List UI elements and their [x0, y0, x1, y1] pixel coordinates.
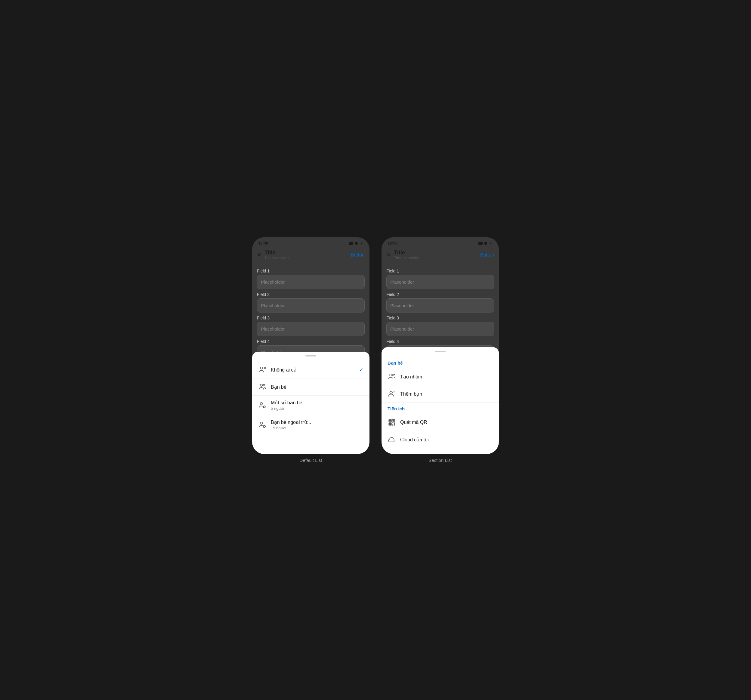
- list-item-mot-so-ban-be[interactable]: Một số bạn bè 5 người: [252, 396, 369, 415]
- cloud-cua-toi-content: Cloud của tôi: [400, 437, 493, 443]
- field-group-1-1: Field 1 Placeholder: [257, 269, 365, 289]
- phone-default-list: 12:30 ✕ Title This is a: [252, 237, 369, 463]
- phone-screen-1: 12:30 ✕ Title This is a: [252, 237, 369, 454]
- khong-ai-ca-title: Không ai cả: [271, 367, 355, 373]
- field-input-1-3[interactable]: Placeholder: [257, 322, 365, 336]
- nav-title-1: Title: [264, 249, 291, 256]
- field-input-2-1[interactable]: Placeholder: [386, 275, 494, 289]
- nav-title-2: Title: [394, 249, 420, 256]
- svg-rect-19: [392, 420, 394, 421]
- field-input-2-2[interactable]: Placeholder: [386, 298, 494, 313]
- qr-code-icon: [388, 418, 396, 427]
- field-label-1-1: Field 1: [257, 269, 365, 273]
- field-input-1-1[interactable]: Placeholder: [257, 275, 365, 289]
- svg-point-13: [390, 391, 392, 394]
- field-label-1-2: Field 2: [257, 292, 365, 297]
- field-group-2-1: Field 1 Placeholder: [386, 269, 494, 289]
- mot-so-ban-be-content: Một số bạn bè 5 người: [271, 400, 363, 411]
- list-item-tao-nhom[interactable]: Tạo nhóm: [382, 368, 499, 386]
- field-label-1-4: Field 4: [257, 339, 365, 344]
- ban-be-ngoai-tru-subtitle: 15 người: [271, 426, 363, 430]
- signal-icon-2: [484, 242, 487, 245]
- field-group-1-3: Field 3 Placeholder: [257, 316, 365, 336]
- friends-settings-icon-2: [258, 421, 267, 429]
- nav-bar-2: ✕ Title This is a subtitle Button: [382, 247, 499, 263]
- quet-ma-qr-content: Quét mã QR: [400, 420, 493, 425]
- bottom-sheet-1: Không ai cả ✓ Bạn bè: [252, 352, 369, 454]
- list-item-khong-ai-ca[interactable]: Không ai cả ✓: [252, 361, 369, 378]
- svg-point-0: [260, 367, 263, 369]
- bottom-sheet-2: Bạn bè Tạo nhóm: [382, 347, 499, 454]
- status-time-2: 12:30: [388, 241, 397, 245]
- mot-so-ban-be-subtitle: 5 người: [271, 406, 363, 411]
- battery-icon-2: [478, 242, 483, 245]
- list-item-ban-be-ngoai-tru[interactable]: Bạn bè ngoại trừ... 15 người: [252, 415, 369, 434]
- field-label-2-2: Field 2: [386, 292, 494, 297]
- quet-ma-qr-title: Quét mã QR: [400, 420, 493, 425]
- friends-settings-icon-1: [258, 401, 267, 409]
- nav-action-button-1[interactable]: Button: [351, 252, 365, 258]
- phone-screen-2: 12:30 ✕ Title This is a: [382, 237, 499, 454]
- cloud-icon: [388, 435, 396, 444]
- nav-subtitle-2: This is a subtitle: [394, 256, 420, 260]
- field-group-2-3: Field 3 Placeholder: [386, 316, 494, 336]
- field-label-2-3: Field 3: [386, 316, 494, 321]
- list-item-cloud-cua-toi[interactable]: Cloud của tôi: [382, 431, 499, 448]
- cloud-cua-toi-title: Cloud của tôi: [400, 437, 493, 443]
- svg-point-9: [389, 374, 392, 376]
- nav-action-button-2[interactable]: Button: [480, 252, 494, 258]
- add-friend-icon: [388, 390, 396, 398]
- section-header-tien-ich: Tiện ích: [382, 403, 499, 414]
- list-item-quet-ma-qr[interactable]: Quét mã QR: [382, 414, 499, 431]
- svg-rect-17: [389, 420, 391, 421]
- ban-be-content: Bạn bè: [271, 384, 363, 390]
- close-button-1[interactable]: ✕: [257, 252, 261, 258]
- field-label-2-4: Field 4: [386, 339, 494, 344]
- phone-label-2: Section List: [428, 458, 452, 463]
- field-input-2-3[interactable]: Placeholder: [386, 322, 494, 336]
- svg-point-3: [260, 384, 263, 387]
- field-group-1-2: Field 2 Placeholder: [257, 292, 365, 313]
- svg-point-7: [260, 422, 263, 424]
- mot-so-ban-be-title: Một số bạn bè: [271, 400, 363, 406]
- field-input-1-2[interactable]: Placeholder: [257, 298, 365, 313]
- khong-ai-ca-content: Không ai cả: [271, 367, 355, 373]
- status-bar-1: 12:30: [252, 237, 369, 247]
- nav-bar-1: ✕ Title This is a subtitle Button: [252, 247, 369, 263]
- list-item-them-ban[interactable]: Thêm bạn: [382, 386, 499, 403]
- signal-icon-1: [355, 242, 358, 245]
- add-group-icon: [388, 372, 396, 381]
- ban-be-title: Bạn bè: [271, 384, 363, 390]
- phone-section-list: 12:30 ✕ Title This is a: [382, 237, 499, 463]
- sheet-handle-2: [435, 351, 446, 352]
- them-ban-content: Thêm bạn: [400, 391, 493, 397]
- svg-rect-21: [389, 423, 391, 424]
- wifi-icon-1: [359, 242, 363, 245]
- phone-label-1: Default List: [299, 458, 322, 463]
- list-item-ban-be[interactable]: Bạn bè: [252, 378, 369, 396]
- field-group-2-2: Field 2 Placeholder: [386, 292, 494, 313]
- tao-nhom-title: Tạo nhóm: [400, 374, 493, 379]
- sheet-handle-1: [305, 355, 316, 356]
- svg-point-4: [263, 384, 265, 386]
- close-button-2[interactable]: ✕: [386, 252, 391, 258]
- status-bar-2: 12:30: [382, 237, 499, 247]
- wifi-icon-2: [488, 242, 493, 245]
- svg-point-5: [260, 403, 263, 405]
- field-label-1-3: Field 3: [257, 316, 365, 321]
- check-icon-khong-ai-ca: ✓: [359, 366, 363, 373]
- status-time-1: 12:30: [258, 241, 268, 245]
- friends-icon: [258, 383, 267, 391]
- no-friends-icon: [258, 365, 267, 374]
- battery-icon-1: [349, 242, 353, 245]
- nav-subtitle-1: This is a subtitle: [264, 256, 291, 260]
- ban-be-ngoai-tru-title: Bạn bè ngoại trừ...: [271, 420, 363, 425]
- them-ban-title: Thêm bạn: [400, 391, 493, 397]
- ban-be-ngoai-tru-content: Bạn bè ngoại trừ... 15 người: [271, 420, 363, 430]
- section-header-ban-be: Bạn bè: [382, 357, 499, 368]
- field-label-2-1: Field 1: [386, 269, 494, 273]
- tao-nhom-content: Tạo nhóm: [400, 374, 493, 379]
